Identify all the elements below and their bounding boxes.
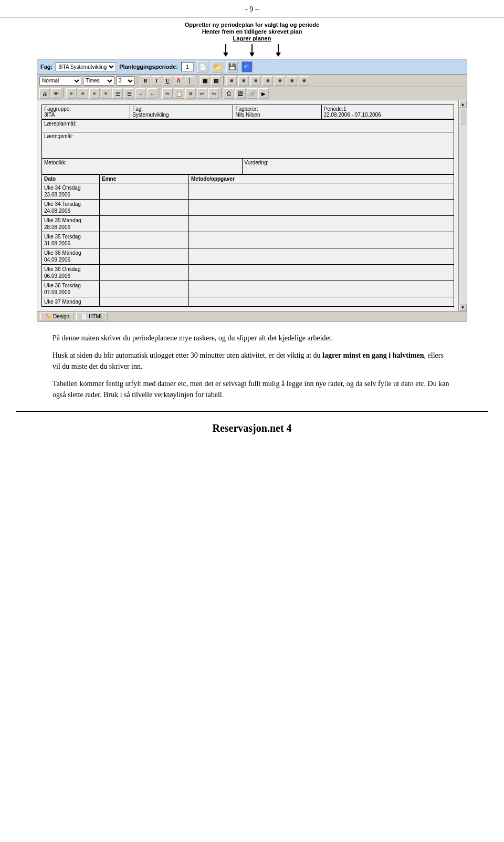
emne-8 [100,297,189,307]
copy-button[interactable]: 📋 [174,88,184,99]
table-row: Uke 36 Torsdag07.09.2006 [42,281,454,297]
more-button-1[interactable]: ◾ [226,76,237,86]
fag-select[interactable]: 3ITA Systemutvikling [56,62,116,71]
redo-button[interactable]: ↪ [208,88,219,99]
more-button-6[interactable]: ◾ [287,76,297,86]
laereplanmal-cell: Læreplanmål: [42,120,454,132]
emne-2 [100,200,189,216]
formatting-toolbar: Normal Times 3 B I U A │ ▦ ▧ ◾ ◾ ◾ ◾ ◾ ◾… [37,75,467,87]
planperiode-input[interactable] [181,62,194,71]
paragraph-3: Tabellen kommer ferdig utfylt med datoer… [52,378,452,400]
laereplanmal-table: Læreplanmål: Læringsmål: Metodikk: Vurde… [41,119,454,174]
dato-2: Uke 34 Torsdag24.08.2006 [42,200,100,216]
italic-button[interactable]: I [152,76,161,86]
list-ul-button[interactable]: ☰ [112,88,123,99]
callout-area: Oppretter ny periodeplan for valgt fag o… [0,22,504,42]
list-ol-button[interactable]: ☰ [124,88,134,99]
align-right-button[interactable]: ≡ [89,88,100,99]
scroll-down-button[interactable]: ▼ [459,304,467,311]
calendar-button[interactable]: 31 [241,61,253,72]
html-tab-label: HTML [89,314,103,319]
emne-4 [100,232,189,248]
scrollbar[interactable]: ▲ ▼ [458,100,467,311]
delete-button[interactable]: ✕ [185,88,196,99]
paragraph-2: Husk at siden du blir automatisk utlogge… [52,350,452,372]
dato-3: Uke 35 Mandag28.08.2006 [42,216,100,232]
metode-6 [189,265,454,281]
table-row: Uke 35 Torsdag31.08.2006 [42,232,454,248]
new-plan-button[interactable]: 📄 [197,61,208,72]
laereplanmal-row: Læreplanmål: [42,120,454,132]
sep-4 [64,89,64,98]
align-justify-button[interactable]: ≡ [101,88,111,99]
media-button[interactable]: ▶ [258,88,269,99]
arrow-3 [276,44,281,57]
underline-button[interactable]: U [163,76,172,86]
indent-out-button[interactable]: ← [147,88,158,99]
scroll-thumb[interactable] [460,109,466,124]
emne-6 [100,265,189,281]
schedule-header-row: Dato Emne Metode/oppgaver [42,175,454,183]
open-plan-button[interactable]: 📂 [212,61,223,72]
more-button-2[interactable]: ◾ [238,76,249,86]
more-button-4[interactable]: ◾ [262,76,273,86]
col-emne: Emne [100,175,189,183]
align-center-button[interactable]: ≡ [78,88,88,99]
indent-in-button[interactable]: → [135,88,146,99]
col-metode: Metode/oppgaver [189,175,454,183]
print-button[interactable]: 🖨 [39,88,50,99]
document-content: Faggruppe: 3ITA Fag: Systemutvikling Fag… [37,100,458,311]
bottom-tabs: ✏️ Design 📄 HTML [37,311,467,321]
save-plan-button[interactable]: 💾 [226,61,238,72]
emne-3 [100,216,189,232]
color-button[interactable]: A [174,76,183,86]
style-select[interactable]: Normal [39,76,81,86]
align-left-button[interactable]: ≡ [66,88,77,99]
periode-cell: Periode:1 22.08.2006 - 07.10.2006 [321,105,454,119]
paragraph-toolbar: 🖨 👁 ≡ ≡ ≡ ≡ ☰ ☰ → ← ✂ 📋 ✕ ↩ ↪ Ω 🖼 🔗 ▶ [37,87,467,100]
more-button-5[interactable]: ◾ [275,76,285,86]
highlight-button[interactable]: │ [185,76,194,86]
metode-7 [189,281,454,297]
bold-phrase: lagrer minst en gang i halvtimen [322,351,424,359]
metode-2 [189,200,454,216]
laeringsmal-row: Læringsmål: [42,132,454,159]
font-select[interactable]: Times [83,76,114,86]
bold-button[interactable]: B [141,76,150,86]
separator-1 [138,76,138,86]
metode-4 [189,232,454,248]
design-tab[interactable]: ✏️ Design [40,313,74,320]
image-button[interactable]: 🖼 [235,88,246,99]
html-tab[interactable]: 📄 HTML [76,313,108,320]
cut-button[interactable]: ✂ [162,88,173,99]
arrow-2 [249,44,255,57]
scroll-track [459,108,467,304]
metodikk-cell: Metodikk: [42,159,243,174]
metodikk-vurdering-row: Metodikk: Vurdering: [42,159,454,174]
ui-screenshot: Fag: 3ITA Systemutvikling Planleggingspe… [37,59,467,322]
table-insert-button[interactable]: ▦ [200,76,209,86]
more-button-3[interactable]: ◾ [250,76,261,86]
table-edit-button[interactable]: ▧ [211,76,220,86]
faglaerer-cell: Faglærer: Nils Nilsen [233,105,321,119]
emne-7 [100,281,189,297]
table-row: Uke 36 Mandag04.09.2006 [42,248,454,265]
table-row: Uke 37 Mandag [42,297,454,307]
emne-1 [100,183,189,200]
preview-button[interactable]: 👁 [51,88,61,99]
table-row: Uke 36 Onsdag06.09.2006 [42,265,454,281]
scroll-up-button[interactable]: ▲ [459,100,467,108]
callout-arrows [0,44,504,57]
symbol-button[interactable]: Ω [224,88,234,99]
fag-value-cell: Fag: Systemutvikling [130,105,233,119]
callout-text: Oppretter ny periodeplan for valgt fag o… [185,22,320,42]
link-button[interactable]: 🔗 [247,88,257,99]
fag-toolbar: Fag: 3ITA Systemutvikling Planleggingspe… [37,59,467,75]
footer: Reservasjon.net 4 [16,411,488,440]
size-select[interactable]: 3 [116,76,135,86]
undo-button[interactable]: ↩ [197,88,207,99]
planperiode-label: Planleggingsperiode: [119,64,178,70]
header-row-1: Faggruppe: 3ITA Fag: Systemutvikling Fag… [42,105,454,119]
design-icon: ✏️ [45,314,51,319]
more-button-7[interactable]: ◾ [299,76,309,86]
